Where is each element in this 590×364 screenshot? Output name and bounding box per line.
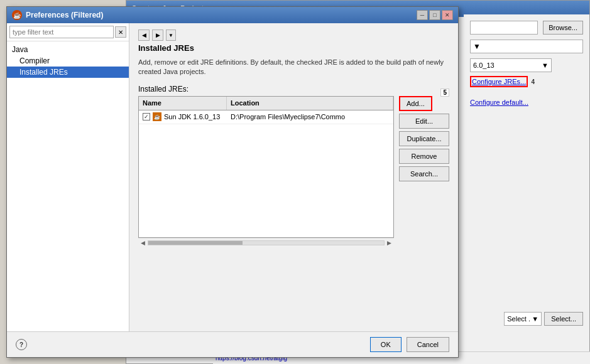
tree-item-installed-jres[interactable]: Installed JREs — [7, 67, 129, 78]
jre-version-dropdown[interactable]: 6.0_13 ▼ — [470, 58, 552, 72]
jre-version-row: 6.0_13 ▼ — [470, 58, 583, 72]
tree-item-compiler[interactable]: Compiler — [7, 55, 129, 67]
version-dropdown-arrow: ▼ — [542, 62, 549, 69]
dialog-titlebar: ☕ Preferences (Filtered) ─ □ ✕ — [7, 7, 458, 23]
action-buttons: 5 Add... Edit... Duplicate... Remove Sea… — [399, 96, 449, 248]
installed-jres-label: Installed JREs: — [138, 85, 449, 94]
select-button[interactable]: Select... — [544, 312, 583, 326]
row-name-cell: ☕ Sun JDK 1.6.0_13 — [139, 111, 227, 122]
nav-dropdown-button[interactable]: ▼ — [166, 29, 176, 41]
sidebar: ✕ Java Compiler Installed JREs — [7, 23, 129, 331]
search-button[interactable]: Search... — [399, 166, 449, 181]
row-location-cell: D:\Program Files\Myeclipse7\Commo — [227, 112, 393, 122]
add-btn-wrapper: 5 Add... — [399, 96, 449, 111]
row-name: Sun JDK 1.6.0_13 — [164, 113, 220, 120]
clear-filter-button[interactable]: ✕ — [115, 26, 126, 38]
jre-version-text: 6.0_13 — [473, 62, 494, 69]
col-header-name: Name — [139, 97, 227, 110]
configure-jres-link[interactable]: Configure JREs... — [470, 76, 528, 87]
select-dropdown[interactable]: Select . ▼ — [504, 312, 542, 326]
section-nav: ◀ ▶ ▼ — [138, 29, 449, 41]
add-button[interactable]: Add... — [399, 96, 432, 111]
right-panel: Browse... ▼ 6.0_13 ▼ Configure JREs... 4… — [464, 14, 589, 363]
maximize-button[interactable]: □ — [429, 10, 440, 20]
remove-button[interactable]: Remove — [399, 149, 449, 164]
ok-button[interactable]: OK — [370, 337, 402, 352]
select-text: Select . — [507, 315, 530, 323]
section-title: Installed JREs — [138, 43, 449, 53]
scroll-right[interactable]: ▶ — [387, 240, 391, 246]
dialog-body: ✕ Java Compiler Installed JREs ◀ ▶ ▼ Ins… — [7, 23, 458, 331]
table-and-buttons: Name Location ☕ Sun JDK 1.6.0_13 D:\Prog… — [138, 96, 449, 248]
table-row[interactable]: ☕ Sun JDK 1.6.0_13 D:\Program Files\Myec… — [139, 110, 393, 124]
jre-dropdown[interactable]: ▼ — [470, 40, 583, 53]
filter-input[interactable] — [9, 26, 114, 38]
jre-table: Name Location ☕ Sun JDK 1.6.0_13 D:\Prog… — [138, 96, 394, 238]
duplicate-button[interactable]: Duplicate... — [399, 131, 449, 146]
configure-badge: 4 — [532, 78, 535, 85]
browse-row: Browse... — [470, 21, 583, 35]
project-input — [470, 21, 538, 35]
main-content: ◀ ▶ ▼ Installed JREs Add, remove or edit… — [129, 23, 458, 331]
scroll-left[interactable]: ◀ — [141, 240, 145, 246]
scrollbar-thumb — [148, 241, 243, 245]
configure-jres-row: Configure JREs... 4 — [470, 77, 583, 86]
empty-rows — [139, 124, 393, 237]
help-button[interactable]: ? — [16, 339, 27, 350]
preferences-dialog: ☕ Preferences (Filtered) ─ □ ✕ ✕ Java Co… — [6, 6, 459, 358]
select-dropdown-arrow: ▼ — [532, 315, 538, 323]
configure-default-link[interactable]: Configure default... — [470, 99, 583, 106]
dialog-title-buttons: ─ □ ✕ — [417, 10, 453, 20]
back-button[interactable]: ◀ — [138, 29, 150, 41]
table-header: Name Location — [139, 97, 393, 110]
dialog-footer: ? OK Cancel — [7, 331, 458, 357]
scrollbar-track[interactable] — [148, 240, 385, 245]
browse-button[interactable]: Browse... — [543, 21, 583, 35]
add-badge: 5 — [440, 88, 449, 97]
dropdown-arrow: ▼ — [473, 42, 481, 51]
dialog-title-icon: ☕ — [12, 10, 22, 20]
select-row: Select . ▼ Select... — [504, 312, 583, 326]
table-container: Name Location ☕ Sun JDK 1.6.0_13 D:\Prog… — [138, 96, 394, 248]
table-footer: ◀ ▶ — [138, 238, 394, 248]
close-button[interactable]: ✕ — [442, 10, 453, 20]
dialog-title: Preferences (Filtered) — [26, 11, 103, 19]
tree-item-java[interactable]: Java — [7, 44, 129, 55]
dialog-title-left: ☕ Preferences (Filtered) — [12, 10, 103, 20]
jre-icon: ☕ — [153, 112, 161, 121]
filter-wrapper: ✕ — [7, 23, 129, 41]
cancel-button[interactable]: Cancel — [407, 337, 449, 352]
forward-button[interactable]: ▶ — [152, 29, 163, 41]
row-checkbox[interactable] — [143, 113, 150, 120]
tree-area: Java Compiler Installed JREs — [7, 41, 129, 331]
description-text: Add, remove or edit JRE definitions. By … — [138, 58, 449, 77]
minimize-button[interactable]: ─ — [417, 10, 428, 20]
edit-button[interactable]: Edit... — [399, 114, 449, 129]
col-header-location: Location — [227, 97, 393, 110]
java-icon: ☕ — [13, 12, 21, 19]
